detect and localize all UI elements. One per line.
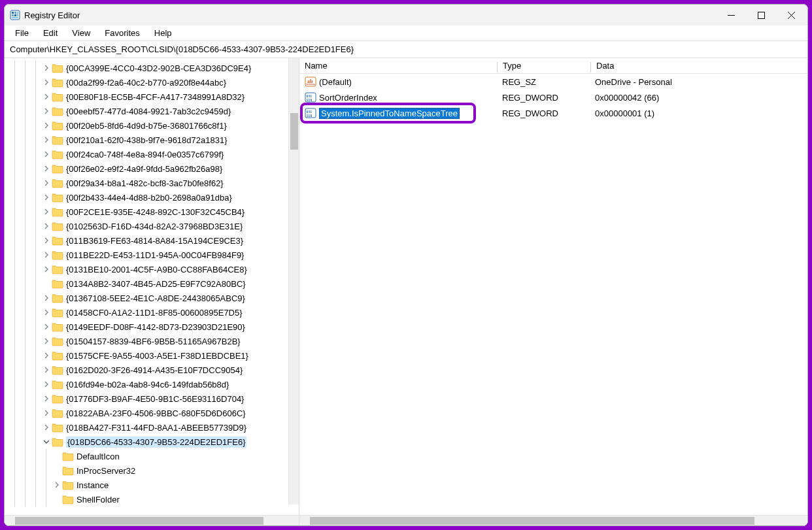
tree-item-label: DefaultIcon: [76, 452, 120, 461]
value-data: 0x00000042 (66): [590, 93, 807, 103]
chevron-right-icon[interactable]: [41, 219, 52, 233]
chevron-right-icon[interactable]: [41, 205, 52, 219]
chevron-right-icon[interactable]: [41, 406, 52, 420]
tree-item[interactable]: {01575CFE-9A55-4003-A5E1-F38D1EBDCBE1}: [5, 348, 299, 363]
tree-item[interactable]: {00F2CE1E-935E-4248-892C-130F32C45CB4}: [5, 205, 299, 219]
tree-item[interactable]: {01458CF0-A1A2-11D1-8F85-00600895E7D5}: [5, 305, 299, 320]
folder-icon: [52, 437, 63, 447]
tree-item[interactable]: {01822ABA-23F0-4506-9BBC-680F5D6D606C}: [5, 406, 299, 420]
value-name: System.IsPinnedToNameSpaceTree: [319, 108, 460, 119]
folder-icon: [52, 106, 63, 116]
chevron-right-icon[interactable]: [41, 104, 52, 118]
reg-dword-icon: [305, 91, 316, 103]
tree-item-label: {01776DF3-B9AF-4E50-9B1C-56E93116D704}: [66, 394, 244, 404]
titlebar[interactable]: Registry Editor: [5, 5, 807, 25]
value-row[interactable]: SortOrderIndexREG_DWORD0x00000042 (66): [299, 90, 807, 105]
tree-item[interactable]: {018BA427-F311-44FD-8AA1-ABEEB57739D9}: [5, 420, 299, 435]
tree-item[interactable]: {00f24ca0-748f-4e8a-894f-0e0357c6799f}: [5, 147, 299, 161]
column-header-type[interactable]: Type: [498, 61, 590, 71]
menu-help[interactable]: Help: [148, 27, 178, 39]
tree-item[interactable]: {0131BE10-2001-4C5F-A9B0-CC88FAB64CE8}: [5, 262, 299, 276]
tree-item-label: {00f26e02-e9f2-4a9f-9fdd-5a962fb26a98}: [66, 164, 222, 174]
menu-favorites[interactable]: Favorites: [98, 27, 146, 39]
folder-icon: [52, 63, 63, 73]
chevron-right-icon[interactable]: [41, 262, 52, 276]
tree-item[interactable]: {011B3619-FE63-4814-8A84-15A194CE9CE3}: [5, 233, 299, 248]
tree-item[interactable]: {016fd94e-b02a-4ab8-94c6-149fdab56b8d}: [5, 377, 299, 391]
tree-item[interactable]: {0102563D-F16D-434d-82A2-37968BD3E31E}: [5, 219, 299, 233]
tree-item[interactable]: {00f26e02-e9f2-4a9f-9fdd-5a962fb26a98}: [5, 161, 299, 176]
column-header-name[interactable]: Name: [299, 61, 497, 71]
tree-item[interactable]: {0149EEDF-D08F-4142-8D73-D23903D21E90}: [5, 320, 299, 334]
chevron-right-icon[interactable]: [41, 377, 52, 391]
folder-icon: [52, 408, 63, 418]
chevron-right-icon[interactable]: [41, 391, 52, 406]
svg-rect-8: [758, 12, 764, 18]
chevron-right-icon[interactable]: [41, 161, 52, 176]
tree-item-label: {01458CF0-A1A2-11D1-8F85-00600895E7D5}: [66, 308, 243, 318]
menu-view[interactable]: View: [65, 27, 97, 39]
maximize-button[interactable]: [746, 5, 776, 25]
value-name: (Default): [319, 77, 352, 87]
tree-item[interactable]: {011BE22D-E453-11D1-945A-00C04FB984F9}: [5, 248, 299, 262]
values-header[interactable]: Name Type Data: [299, 58, 807, 74]
chevron-right-icon[interactable]: [41, 233, 52, 248]
chevron-down-icon[interactable]: [41, 435, 52, 449]
tree-horizontal-scrollbar[interactable]: [5, 515, 299, 525]
folder-icon: [52, 307, 63, 318]
tree-item[interactable]: {00eebf57-477d-4084-9921-7ab3c2c9459d}: [5, 104, 299, 118]
menu-edit[interactable]: Edit: [37, 27, 64, 39]
tree-item[interactable]: {00f29a34-b8a1-482c-bcf8-3ac7b0fe8f62}: [5, 176, 299, 190]
tree-item[interactable]: {018D5C66-4533-4307-9B53-224DE2ED1FE6}: [5, 435, 299, 449]
value-row[interactable]: (Default)REG_SZOneDrive - Personal: [299, 74, 807, 90]
tree-item[interactable]: {00E80F18-EC5B-4FCF-A417-7348991A8D32}: [5, 90, 299, 104]
address-bar[interactable]: Computer\HKEY_CLASSES_ROOT\CLSID\{018D5C…: [5, 41, 807, 58]
tree-item[interactable]: DefaultIcon: [5, 449, 299, 463]
tree-item[interactable]: {00f2b433-44e4-4d88-b2b0-2698a0a91dba}: [5, 190, 299, 205]
tree-item[interactable]: {00da2f99-f2a6-40c2-b770-a920f8e44abc}: [5, 75, 299, 90]
chevron-right-icon[interactable]: [41, 334, 52, 348]
chevron-right-icon[interactable]: [41, 133, 52, 147]
value-row[interactable]: System.IsPinnedToNameSpaceTreeREG_DWORD0…: [299, 105, 807, 121]
chevron-right-icon[interactable]: [41, 90, 52, 104]
chevron-right-icon[interactable]: [41, 363, 52, 377]
chevron-right-icon[interactable]: [52, 478, 62, 492]
tree-item-label: {01575CFE-9A55-4003-A5E1-F38D1EBDCBE1}: [66, 351, 248, 361]
tree-item[interactable]: {01504157-8839-4BF6-9B5B-51165A967B2B}: [5, 334, 299, 348]
chevron-right-icon[interactable]: [41, 190, 52, 205]
tree-item-label: {0162D020-3F26-4914-A435-E10F7DCC9054}: [66, 365, 243, 375]
chevron-right-icon[interactable]: [41, 75, 52, 90]
chevron-right-icon[interactable]: [41, 118, 52, 133]
chevron-right-icon[interactable]: [41, 420, 52, 435]
tree-item[interactable]: {00f20eb5-8fd6-4d9d-b75e-36801766c8f1}: [5, 118, 299, 133]
tree-item[interactable]: {0162D020-3F26-4914-A435-E10F7DCC9054}: [5, 363, 299, 377]
chevron-right-icon[interactable]: [41, 147, 52, 161]
tree-item[interactable]: {01367108-5EE2-4E1C-A8DE-24438065ABC9}: [5, 291, 299, 305]
tree-item[interactable]: {0134A8B2-3407-4B45-AD25-E9F7C92A80BC}: [5, 276, 299, 291]
tree-item[interactable]: {01776DF3-B9AF-4E50-9B1C-56E93116D704}: [5, 391, 299, 406]
tree-item[interactable]: {00f210a1-62f0-438b-9f7e-9618d72a1831}: [5, 133, 299, 147]
tree-item-label: {00f210a1-62f0-438b-9f7e-9618d72a1831}: [66, 135, 228, 145]
close-button[interactable]: [776, 5, 806, 25]
chevron-right-icon[interactable]: [41, 176, 52, 190]
tree-item[interactable]: Instance: [5, 478, 299, 492]
chevron-right-icon[interactable]: [41, 248, 52, 262]
tree-item[interactable]: InProcServer32: [5, 463, 299, 478]
chevron-right-icon[interactable]: [41, 305, 52, 320]
values-horizontal-scrollbar[interactable]: [299, 515, 807, 525]
tree-item[interactable]: ShellFolder: [5, 492, 299, 506]
chevron-right-icon[interactable]: [41, 320, 52, 334]
tree-item[interactable]: {00CA399E-4CC0-43D2-902B-CEA3D36DC9E4}: [5, 61, 299, 75]
tree-vertical-scrollbar[interactable]: [288, 58, 299, 505]
folder-icon: [62, 465, 74, 476]
registry-tree[interactable]: {00CA399E-4CC0-43D2-902B-CEA3D36DC9E4}{0…: [5, 58, 299, 508]
folder-icon: [52, 163, 63, 174]
chevron-right-icon[interactable]: [41, 291, 52, 305]
minimize-button[interactable]: [716, 5, 746, 25]
values-list[interactable]: (Default)REG_SZOneDrive - PersonalSortOr…: [299, 74, 807, 515]
chevron-right-icon[interactable]: [41, 348, 52, 363]
column-header-data[interactable]: Data: [591, 61, 807, 71]
chevron-right-icon[interactable]: [41, 61, 52, 75]
folder-icon: [52, 250, 63, 260]
menu-file[interactable]: File: [8, 27, 35, 39]
